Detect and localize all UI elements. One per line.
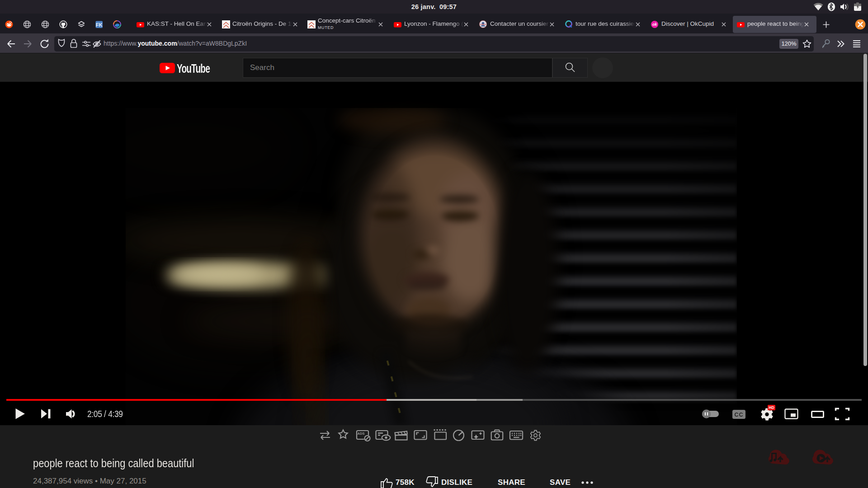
svg-text:CC: CC — [734, 412, 743, 418]
svg-text:ADS: ADS — [358, 432, 365, 436]
svg-text:FK: FK — [96, 22, 103, 28]
svg-text:HD: HD — [769, 405, 774, 410]
svg-text:ok: ok — [652, 22, 657, 27]
